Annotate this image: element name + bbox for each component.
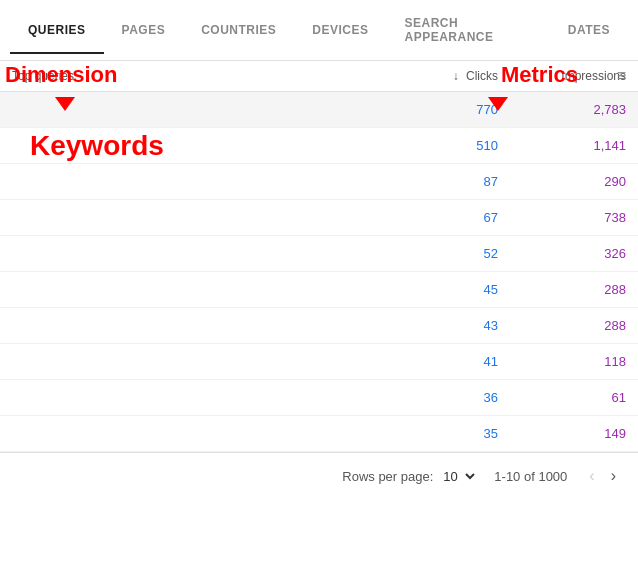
pagination-range: 1-10 of 1000: [494, 469, 567, 484]
table-row[interactable]: 41 118: [0, 344, 638, 380]
tab-countries[interactable]: COUNTRIES: [183, 7, 294, 53]
row-clicks-cell: 43: [386, 318, 506, 333]
row-impressions-cell: 738: [506, 210, 626, 225]
tab-devices[interactable]: DEVICES: [294, 7, 386, 53]
row-impressions-cell: 1,141: [506, 138, 626, 153]
tabs-nav: QUERIES PAGES COUNTRIES DEVICES SEARCH A…: [0, 0, 638, 61]
tab-search-appearance[interactable]: SEARCH APPEARANCE: [387, 0, 550, 60]
sort-down-icon: ↓: [453, 69, 459, 83]
pagination: Rows per page: 10 25 50 1-10 of 1000 ‹ ›: [0, 452, 638, 499]
row-impressions-cell: 326: [506, 246, 626, 261]
row-clicks-cell: 35: [386, 426, 506, 441]
table-row[interactable]: 770 2,783: [0, 92, 638, 128]
tab-dates[interactable]: DATES: [550, 7, 628, 53]
row-impressions-cell: 288: [506, 282, 626, 297]
rows-per-page-label: Rows per page:: [342, 469, 433, 484]
tab-queries[interactable]: QUERIES: [10, 7, 104, 53]
row-clicks-cell: 52: [386, 246, 506, 261]
row-clicks-cell: 45: [386, 282, 506, 297]
table-body: 770 2,783 510 1,141 87 290 67 738 52 326…: [0, 92, 638, 452]
table-row[interactable]: 35 149: [0, 416, 638, 452]
pagination-nav: ‹ ›: [583, 465, 622, 487]
row-impressions-cell: 2,783: [506, 102, 626, 117]
table-row[interactable]: 52 326: [0, 236, 638, 272]
row-impressions-cell: 290: [506, 174, 626, 189]
table-row[interactable]: 43 288: [0, 308, 638, 344]
table-row[interactable]: 87 290: [0, 164, 638, 200]
table-row[interactable]: 36 61: [0, 380, 638, 416]
row-clicks-cell: 36: [386, 390, 506, 405]
tab-pages[interactable]: PAGES: [104, 7, 184, 53]
row-clicks-cell: 87: [386, 174, 506, 189]
row-clicks-cell: 770: [386, 102, 506, 117]
next-page-button[interactable]: ›: [605, 465, 622, 487]
rows-per-page-control: Rows per page: 10 25 50: [342, 468, 478, 485]
table-row[interactable]: 510 1,141: [0, 128, 638, 164]
dimension-column-header[interactable]: Top queries: [12, 69, 386, 83]
row-clicks-cell: 510: [386, 138, 506, 153]
row-impressions-cell: 288: [506, 318, 626, 333]
table-header: Top queries ↓ Clicks Impressions ≡: [0, 61, 638, 92]
table-row[interactable]: 67 738: [0, 200, 638, 236]
impressions-column-header[interactable]: Impressions: [506, 69, 626, 83]
clicks-column-header[interactable]: ↓ Clicks: [386, 69, 506, 83]
table-row[interactable]: 45 288: [0, 272, 638, 308]
row-clicks-cell: 67: [386, 210, 506, 225]
row-impressions-cell: 61: [506, 390, 626, 405]
prev-page-button[interactable]: ‹: [583, 465, 600, 487]
filter-icon[interactable]: ≡: [617, 67, 626, 85]
rows-per-page-select[interactable]: 10 25 50: [439, 468, 478, 485]
row-impressions-cell: 118: [506, 354, 626, 369]
row-impressions-cell: 149: [506, 426, 626, 441]
row-clicks-cell: 41: [386, 354, 506, 369]
